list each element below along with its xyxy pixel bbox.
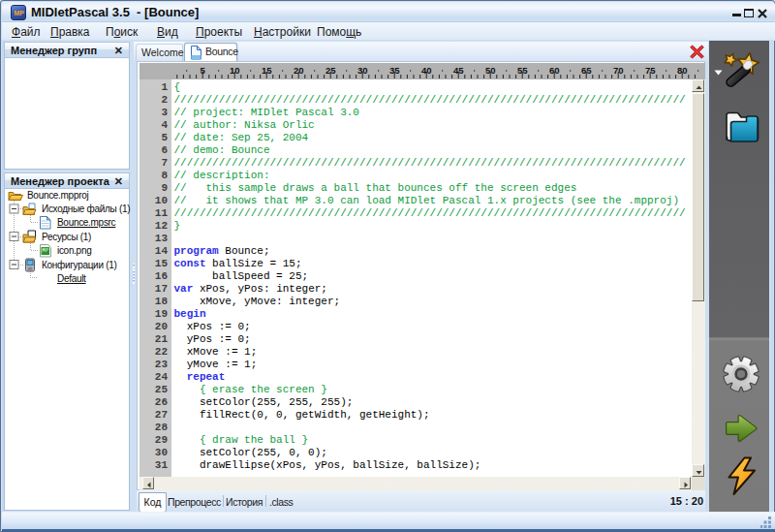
svg-text:15: 15 (262, 65, 272, 76)
svg-text:40: 40 (421, 65, 432, 76)
svg-text:70: 70 (613, 65, 624, 76)
svg-text:45: 45 (453, 65, 464, 76)
svg-text:25: 25 (326, 65, 336, 76)
svg-text:10: 10 (230, 65, 240, 76)
svg-text:75: 75 (645, 65, 656, 76)
svg-text:30: 30 (357, 65, 368, 76)
svg-text:50: 50 (485, 65, 496, 76)
svg-text:35: 35 (389, 65, 400, 76)
svg-text:55: 55 (517, 65, 528, 76)
svg-text:65: 65 (581, 65, 592, 76)
svg-text:5: 5 (201, 65, 206, 76)
svg-text:20: 20 (294, 65, 304, 76)
svg-text:60: 60 (549, 65, 560, 76)
svg-text:80: 80 (677, 65, 688, 76)
